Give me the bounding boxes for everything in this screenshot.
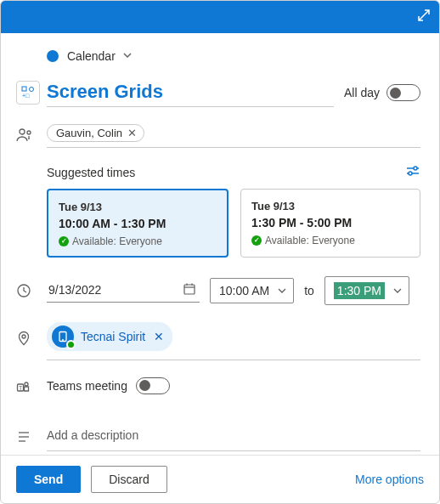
date-value: 9/13/2022 [48,283,101,297]
check-icon: ✓ [59,236,69,246]
svg-point-14 [22,335,25,338]
clock-icon [16,283,47,298]
suggested-time: 1:30 PM - 5:00 PM [251,216,409,229]
svg-point-1 [30,88,34,92]
svg-point-19 [25,382,28,386]
suggested-date: Tue 9/13 [251,200,409,212]
footer: Send Discard More options [1,455,439,503]
expand-icon[interactable] [417,8,431,25]
end-time-value: 1:30 PM [334,282,385,299]
event-title-input[interactable] [47,79,334,107]
suggested-time: 10:00 AM - 1:30 PM [59,217,217,230]
calendar-color-dot [47,50,59,62]
suggested-times-label: Suggested times [47,166,135,179]
calendar-name[interactable]: Calendar [67,49,116,63]
attendee-chip[interactable]: Gauvin, Colin ✕ [47,124,144,142]
location-badge-icon [52,326,74,348]
attendees-icon [16,127,47,144]
suggested-date: Tue 9/13 [59,201,217,213]
to-label: to [304,284,314,297]
suggested-time-card[interactable]: Tue 9/13 10:00 AM - 1:30 PM ✓Available: … [47,189,228,258]
chevron-down-icon [393,284,402,297]
discard-button[interactable]: Discard [91,466,166,493]
location-icon [16,331,47,346]
send-button[interactable]: Send [16,466,81,493]
remove-attendee-icon[interactable]: ✕ [127,127,137,139]
title-bar [1,1,439,33]
svg-point-3 [20,129,25,134]
location-chip[interactable]: Tecnai Spirit ✕ [47,322,172,351]
suggested-availability: Available: Everyone [72,235,162,247]
chevron-down-icon[interactable] [122,48,133,64]
date-input[interactable]: 9/13/2022 [47,279,200,303]
teams-meeting-label: Teams meeting [47,379,127,393]
svg-point-4 [27,131,31,134]
svg-text:+□: +□ [22,93,30,99]
check-icon: ✓ [251,235,262,246]
start-time-value: 10:00 AM [219,284,269,297]
description-icon [16,429,47,445]
all-day-label: All day [344,86,380,99]
more-options-link[interactable]: More options [355,473,424,486]
end-time-select[interactable]: 1:30 PM [324,276,409,305]
svg-text:T: T [19,384,23,390]
format-options-icon[interactable]: +□ [16,81,40,105]
attendee-name: Gauvin, Colin [56,127,122,139]
svg-point-6 [414,167,417,170]
remove-location-icon[interactable]: ✕ [154,330,164,343]
teams-icon: T [16,380,47,395]
location-name: Tecnai Spirit [81,330,145,343]
all-day-toggle[interactable] [386,84,420,101]
calendar-icon[interactable] [183,282,196,298]
start-time-select[interactable]: 10:00 AM [210,278,294,303]
teams-meeting-toggle[interactable] [136,377,170,394]
description-input[interactable]: Add a description [47,423,420,451]
svg-rect-0 [22,87,26,91]
suggested-time-card[interactable]: Tue 9/13 1:30 PM - 5:00 PM ✓Available: E… [240,189,420,258]
svg-point-8 [409,172,412,175]
chevron-down-icon [278,284,286,297]
svg-rect-10 [184,285,195,294]
suggested-times-settings-icon[interactable] [405,163,420,182]
suggested-availability: Available: Everyone [265,235,355,246]
